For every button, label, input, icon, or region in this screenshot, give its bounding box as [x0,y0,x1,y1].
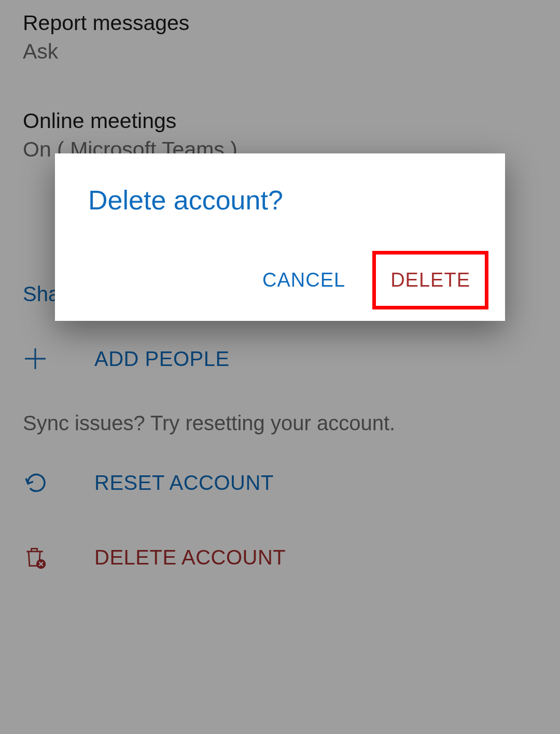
dialog-title: Delete account? [88,185,488,216]
highlight-annotation: DELETE [372,251,488,309]
delete-button[interactable]: DELETE [376,255,485,306]
delete-account-dialog: Delete account? CANCEL DELETE [55,153,505,321]
dialog-actions: CANCEL DELETE [88,251,488,309]
modal-overlay[interactable]: Delete account? CANCEL DELETE [0,0,560,734]
cancel-button[interactable]: CANCEL [251,259,357,302]
